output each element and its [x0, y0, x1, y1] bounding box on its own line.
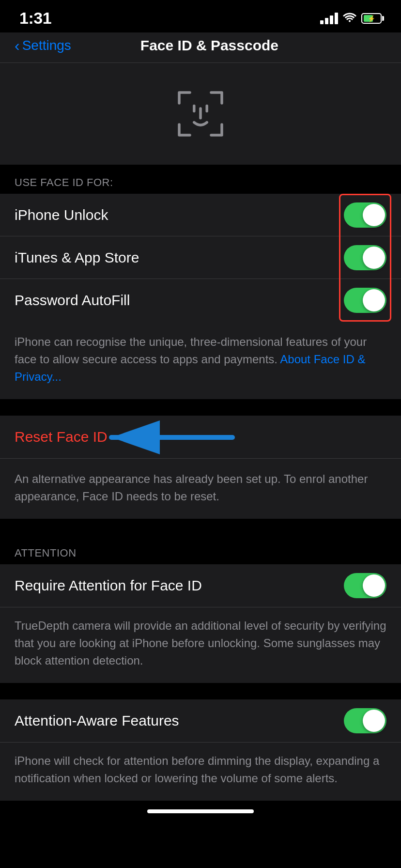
iphone-unlock-label: iPhone Unlock [15, 207, 108, 223]
nav-bar: ‹ Settings Face ID & Passcode [0, 32, 401, 63]
iphone-unlock-toggle[interactable] [344, 202, 386, 228]
require-attention-row[interactable]: Require Attention for Face ID [0, 564, 401, 607]
attention-aware-group: Attention-Aware Features [0, 699, 401, 742]
require-attention-desc: TrueDepth camera will provide an additio… [15, 617, 386, 669]
attention-aware-label: Attention-Aware Features [15, 713, 179, 729]
reset-face-id-row[interactable]: Reset Face ID [0, 416, 401, 458]
section-separator-3 [0, 683, 401, 699]
status-bar: 1:31 ⚡ [0, 0, 401, 32]
back-label: Settings [22, 38, 71, 53]
signal-bars-icon [320, 13, 338, 24]
face-id-description-section: iPhone can recognise the unique, three-d… [0, 322, 401, 399]
home-indicator [0, 801, 401, 818]
require-attention-toggle[interactable] [344, 573, 386, 598]
password-autofill-label: Password AutoFill [15, 292, 130, 309]
face-id-icon [174, 87, 227, 140]
home-bar [147, 809, 254, 813]
battery-icon: ⚡ [361, 13, 382, 24]
itunes-appstore-toggle[interactable] [344, 245, 386, 270]
alt-appearance-text: An alternative appearance has already be… [15, 470, 386, 505]
reset-face-id-section: Reset Face ID [0, 416, 401, 458]
require-attention-desc-section: TrueDepth camera will provide an additio… [0, 607, 401, 683]
page-title: Face ID & Passcode [71, 37, 348, 54]
section-separator-1 [0, 399, 401, 416]
face-id-description: iPhone can recognise the unique, three-d… [15, 333, 386, 386]
password-autofill-row[interactable]: Password AutoFill [0, 279, 401, 322]
face-id-icon-section [0, 63, 401, 165]
reset-face-id-label: Reset Face ID [15, 429, 108, 445]
alt-appearance-section: An alternative appearance has already be… [0, 458, 401, 519]
require-attention-label: Require Attention for Face ID [15, 577, 202, 594]
itunes-appstore-row[interactable]: iTunes & App Store [0, 236, 401, 279]
section-separator-2 [0, 519, 401, 535]
attention-group: Require Attention for Face ID [0, 564, 401, 607]
wifi-icon [343, 12, 356, 25]
attention-header: ATTENTION [0, 535, 401, 564]
chevron-left-icon: ‹ [15, 38, 20, 53]
status-time: 1:31 [19, 9, 51, 28]
itunes-appstore-label: iTunes & App Store [15, 249, 139, 266]
use-face-id-header: USE FACE ID FOR: [0, 165, 401, 194]
iphone-unlock-row[interactable]: iPhone Unlock [0, 194, 401, 236]
attention-aware-desc: iPhone will check for attention before d… [15, 752, 386, 787]
face-id-toggles-group: iPhone Unlock iTunes & App Store Passwor… [0, 194, 401, 322]
content-area: USE FACE ID FOR: iPhone Unlock iTunes & … [0, 63, 401, 801]
back-button[interactable]: ‹ Settings [15, 38, 71, 53]
attention-aware-desc-section: iPhone will check for attention before d… [0, 742, 401, 801]
status-icons: ⚡ [320, 12, 382, 25]
attention-aware-toggle[interactable] [344, 708, 386, 733]
attention-aware-row[interactable]: Attention-Aware Features [0, 699, 401, 742]
password-autofill-toggle[interactable] [344, 288, 386, 313]
